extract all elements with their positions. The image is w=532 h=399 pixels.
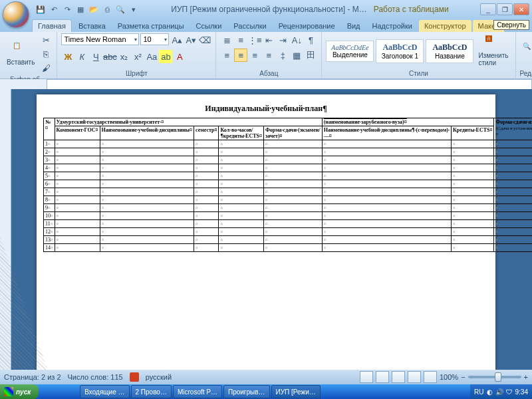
table-row[interactable]: 13¤¤¤¤¤¤¤¤¤ — [44, 236, 533, 244]
style-item-1[interactable]: AaBbCcD Заголовок 1 — [376, 39, 424, 63]
view-full-reading[interactable] — [376, 371, 389, 383]
superscript-icon[interactable]: x² — [131, 50, 144, 63]
start-button[interactable]: пуск — [0, 384, 39, 399]
tab-review[interactable]: Рецензирование — [273, 20, 340, 32]
table-row[interactable]: 5¤¤¤¤¤¤¤¤¤ — [44, 172, 533, 180]
sort-icon[interactable]: A↓ — [290, 33, 303, 47]
tab-table-design[interactable]: Конструктор — [419, 20, 471, 32]
numbering-icon[interactable]: ≡ — [234, 33, 247, 47]
curriculum-table[interactable]: №¤ Удмуртский·государственный·университе… — [43, 118, 532, 252]
cut-icon[interactable]: ✂ — [39, 33, 53, 47]
format-painter-icon[interactable]: 🖌 — [39, 61, 53, 74]
show-marks-icon[interactable]: ¶ — [304, 33, 317, 47]
task-item-3[interactable]: Проигрыв… — [223, 385, 270, 398]
open-icon[interactable]: 📂 — [88, 3, 100, 15]
zoom-in-icon[interactable]: + — [524, 373, 528, 381]
justify-icon[interactable]: ≡ — [262, 49, 275, 62]
proofing-icon[interactable] — [130, 372, 139, 382]
grow-font-icon[interactable]: A▴ — [170, 33, 184, 47]
style-item-0[interactable]: AaBbCcDdEe Выделение — [326, 41, 374, 62]
task-item-4[interactable]: ИУП [Режи… — [271, 385, 321, 398]
italic-icon[interactable]: К — [75, 50, 88, 63]
table-row[interactable]: 12¤¤¤¤¤¤¤¤¤ — [44, 228, 533, 236]
quickprint-icon[interactable]: ⎙ — [101, 3, 113, 15]
status-words[interactable]: Число слов: 115 — [68, 373, 123, 381]
task-item-0[interactable]: Входящие … — [80, 385, 129, 398]
tab-home[interactable]: Главная — [32, 19, 72, 32]
table-row[interactable]: 6¤¤¤¤¤¤¤¤¤ — [44, 180, 533, 188]
zoom-slider[interactable] — [468, 376, 521, 378]
font-name-combo[interactable]: Times New Roman — [61, 33, 139, 45]
table-row[interactable]: 1¤¤¤¤¤¤¤¤¤ — [44, 140, 533, 148]
font-size-combo[interactable]: 10 — [140, 33, 169, 45]
zoom-out-icon[interactable]: − — [461, 373, 465, 381]
bullets-icon[interactable]: ≣ — [220, 33, 233, 47]
shrink-font-icon[interactable]: A▾ — [184, 33, 198, 47]
line-spacing-icon[interactable]: ‡ — [276, 49, 289, 62]
table-row[interactable]: 8¤¤¤¤¤¤¤¤¤ — [44, 196, 533, 204]
table-row[interactable]: 10¤¤¤¤¤¤¤¤¤ — [44, 212, 533, 220]
tab-view[interactable]: Вид — [342, 20, 366, 32]
document-area[interactable]: Индивидуальный·учебный·план¶ №¤ Удмуртск… — [0, 89, 532, 370]
tab-page-layout[interactable]: Разметка страницы — [112, 20, 190, 32]
zoom-level[interactable]: 100% — [440, 373, 458, 381]
align-center-icon[interactable]: ≡ — [234, 49, 247, 62]
minimize-button[interactable]: _ — [480, 3, 496, 15]
tray-clock[interactable]: 9:34 — [515, 388, 528, 396]
table-row[interactable]: 3¤¤¤¤¤¤¤¤¤ — [44, 156, 533, 164]
paste-button[interactable]: 📋 Вставить — [4, 41, 37, 67]
copy-icon[interactable]: ⎘ — [39, 47, 53, 61]
subscript-icon[interactable]: x₂ — [117, 50, 130, 63]
qat-more-icon[interactable]: ▾ — [128, 3, 140, 15]
shading-icon[interactable]: ▦ — [290, 49, 303, 62]
align-right-icon[interactable]: ≡ — [248, 49, 261, 62]
change-case-icon[interactable]: Aa — [145, 50, 158, 63]
new-icon[interactable]: ▦ — [74, 3, 86, 15]
redo-icon[interactable]: ↷ — [61, 3, 73, 15]
tab-references[interactable]: Ссылки — [191, 20, 227, 32]
tray-icon[interactable]: 🔊 — [495, 388, 503, 396]
view-print-layout[interactable] — [360, 371, 373, 383]
document-page[interactable]: Индивидуальный·учебный·план¶ №¤ Удмуртск… — [37, 94, 495, 370]
align-left-icon[interactable]: ≡ — [220, 49, 233, 62]
table-row[interactable]: 2¤¤¤¤¤¤¤¤¤ — [44, 148, 533, 156]
clear-format-icon[interactable]: ⌫ — [198, 33, 211, 47]
find-button[interactable]: 🔍 — [520, 41, 533, 61]
tray-lang[interactable]: RU — [474, 388, 483, 396]
font-color-icon[interactable]: A — [173, 50, 186, 63]
preview-icon[interactable]: 🔍 — [114, 3, 126, 15]
restore-button[interactable]: ❐ — [497, 3, 513, 15]
table-row[interactable]: 11¤¤¤¤¤¤¤¤¤ — [44, 220, 533, 228]
increase-indent-icon[interactable]: ⇥ — [276, 33, 289, 47]
task-item-2[interactable]: Microsoft P… — [173, 385, 222, 398]
bold-icon[interactable]: Ж — [61, 50, 74, 63]
decrease-indent-icon[interactable]: ⇤ — [262, 33, 275, 47]
view-outline[interactable] — [408, 371, 421, 383]
change-styles-button[interactable]: 🅰 Изменить стили — [475, 34, 511, 68]
system-tray[interactable]: RU ◐ 🔊 🛡 9:34 — [470, 384, 532, 399]
save-icon[interactable]: 💾 — [35, 3, 47, 15]
status-page[interactable]: Страница: 2 из 2 — [4, 373, 61, 381]
tray-icon[interactable]: 🛡 — [506, 388, 513, 396]
table-row[interactable]: 14¤¤¤¤¤¤¤¤¤ — [44, 244, 533, 252]
multilevel-icon[interactable]: ⋮≡ — [248, 33, 261, 47]
vertical-ruler[interactable] — [0, 89, 11, 370]
tab-insert[interactable]: Вставка — [73, 20, 111, 32]
borders-icon[interactable]: 田 — [304, 49, 317, 62]
status-language[interactable]: русский — [146, 373, 172, 381]
table-row[interactable]: 4¤¤¤¤¤¤¤¤¤ — [44, 164, 533, 172]
tab-mailings[interactable]: Рассылки — [228, 20, 271, 32]
table-row[interactable]: 9¤¤¤¤¤¤¤¤¤ — [44, 204, 533, 212]
underline-icon[interactable]: Ч — [89, 50, 102, 63]
undo-icon[interactable]: ↶ — [48, 3, 60, 15]
close-button[interactable]: ✕ — [513, 3, 529, 15]
strike-icon[interactable]: abc — [103, 50, 116, 63]
style-item-2[interactable]: AaBbCcD Название — [426, 39, 473, 63]
office-button[interactable] — [3, 1, 29, 28]
tray-icon[interactable]: ◐ — [487, 388, 493, 396]
table-row[interactable]: 7¤¤¤¤¤¤¤¤¤ — [44, 188, 533, 196]
tab-addins[interactable]: Надстройки — [367, 20, 418, 32]
task-item-1[interactable]: 2 Прово… — [131, 385, 172, 398]
view-draft[interactable] — [424, 371, 437, 383]
highlight-icon[interactable]: ab — [159, 50, 172, 63]
